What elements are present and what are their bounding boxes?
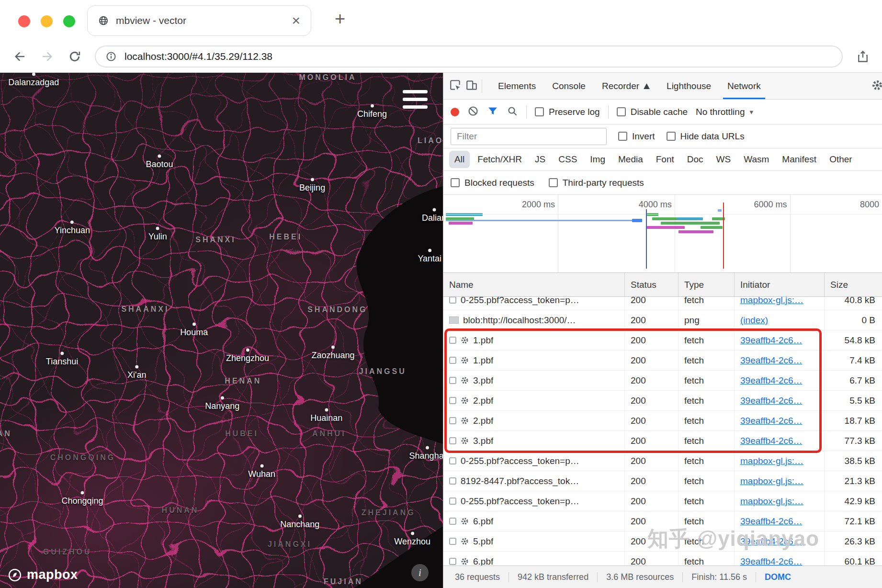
initiator-link[interactable]: mapbox-gl.js:… bbox=[740, 496, 803, 507]
filter-chip-doc[interactable]: Doc bbox=[682, 151, 709, 168]
filter-chip-js[interactable]: JS bbox=[530, 151, 551, 168]
browser-tab[interactable]: mbview - vector × bbox=[87, 5, 311, 36]
devtools-tab-elements[interactable]: Elements bbox=[490, 73, 544, 99]
inspect-element-icon[interactable] bbox=[449, 79, 462, 93]
back-button[interactable] bbox=[12, 49, 27, 64]
filter-chip-img[interactable]: Img bbox=[585, 151, 611, 168]
map-region-label: HENAN bbox=[225, 377, 261, 385]
device-toolbar-icon[interactable] bbox=[465, 79, 478, 93]
initiator-link[interactable]: (index) bbox=[740, 315, 768, 326]
checkbox-icon[interactable] bbox=[667, 132, 676, 141]
map[interactable]: DalanzadgadMONGOLIAChifengLIAOBaotouBeij… bbox=[0, 73, 443, 588]
column-header-size[interactable]: Size bbox=[825, 273, 882, 296]
status-cell: 200 bbox=[625, 552, 678, 565]
throttling-dropdown[interactable]: No throttling ▾ bbox=[696, 107, 753, 117]
filter-chip-other[interactable]: Other bbox=[824, 151, 858, 168]
table-row[interactable]: 0-255.pbf?access_token=p…200fetchmapbox-… bbox=[443, 491, 882, 511]
window-zoom-button[interactable] bbox=[63, 15, 75, 27]
column-header-initiator[interactable]: Initiator bbox=[735, 273, 825, 296]
devtools-tab-recorder[interactable]: Recorder bbox=[594, 73, 658, 99]
window-controls bbox=[18, 15, 75, 27]
share-icon[interactable] bbox=[856, 50, 870, 63]
checkbox-icon[interactable] bbox=[451, 178, 460, 187]
column-header-status[interactable]: Status bbox=[625, 273, 678, 296]
new-tab-button[interactable]: + bbox=[329, 9, 351, 29]
checkbox-icon[interactable] bbox=[617, 107, 626, 116]
initiator-link[interactable]: 39eaffb4-2c6… bbox=[740, 416, 803, 426]
file-icon bbox=[449, 397, 456, 404]
devtools-tab-network[interactable]: Network bbox=[719, 73, 769, 99]
address-bar[interactable]: localhost:3000/#4.1/35.29/112.38 bbox=[95, 45, 843, 68]
timeline-request-bar bbox=[687, 222, 720, 225]
size-cell: 60.1 kB bbox=[825, 552, 882, 565]
network-overview-timeline[interactable]: 2000 ms4000 ms6000 ms8000 bbox=[443, 195, 882, 273]
mapbox-logo[interactable]: mapbox bbox=[8, 567, 78, 582]
filter-chip-css[interactable]: CSS bbox=[553, 151, 582, 168]
checkbox-icon[interactable] bbox=[535, 107, 544, 116]
table-row[interactable]: 1.pbf200fetch39eaffb4-2c6…7.4 kB bbox=[443, 351, 882, 371]
table-row[interactable]: 2.pbf200fetch39eaffb4-2c6…18.7 kB bbox=[443, 411, 882, 431]
column-header-name[interactable]: Name bbox=[443, 273, 625, 296]
map-city-label: Chongqing bbox=[62, 491, 103, 506]
devtools-tab-console[interactable]: Console bbox=[544, 73, 594, 99]
table-row[interactable]: 3.pbf200fetch39eaffb4-2c6…77.3 kB bbox=[443, 431, 882, 451]
filter-chip-media[interactable]: Media bbox=[613, 151, 648, 168]
divider bbox=[482, 79, 482, 93]
initiator-link[interactable]: mapbox-gl.js:… bbox=[740, 456, 803, 466]
tab-close-icon[interactable]: × bbox=[292, 13, 300, 28]
filter-chip-wasm[interactable]: Wasm bbox=[738, 151, 774, 168]
invert-checkbox[interactable]: Invert bbox=[618, 131, 655, 142]
timeline-tick-label: 2000 ms bbox=[488, 200, 555, 210]
table-row[interactable]: 8192-8447.pbf?access_tok…200fetchmapbox-… bbox=[443, 471, 882, 491]
reload-button[interactable] bbox=[68, 50, 81, 63]
window-close-button[interactable] bbox=[18, 15, 30, 27]
settings-gear-icon[interactable] bbox=[871, 79, 882, 93]
table-row[interactable]: 6.pbf200fetch39eaffb4-2c6…60.1 kB bbox=[443, 552, 882, 565]
filter-chip-all[interactable]: All bbox=[449, 151, 470, 168]
filter-chip-font[interactable]: Font bbox=[651, 151, 679, 168]
table-row[interactable]: blob:http://localhost:3000/…200png(index… bbox=[443, 310, 882, 330]
initiator-cell: 39eaffb4-2c6… bbox=[735, 351, 825, 370]
filter-chip-manifest[interactable]: Manifest bbox=[777, 151, 822, 168]
checkbox-icon[interactable] bbox=[618, 132, 627, 141]
initiator-link[interactable]: 39eaffb4-2c6… bbox=[740, 396, 803, 406]
initiator-link[interactable]: mapbox-gl.js:… bbox=[740, 476, 803, 486]
table-row[interactable]: 0-255.pbf?access_token=p…200fetchmapbox-… bbox=[443, 451, 882, 471]
devtools-tab-lighthouse[interactable]: Lighthouse bbox=[658, 73, 719, 99]
filter-chip-ws[interactable]: WS bbox=[711, 151, 736, 168]
search-icon[interactable] bbox=[507, 105, 518, 119]
initiator-link[interactable]: 39eaffb4-2c6… bbox=[740, 556, 803, 566]
map-info-button[interactable]: i bbox=[411, 564, 429, 581]
map-menu-icon[interactable] bbox=[403, 90, 428, 109]
hide-data-urls-checkbox[interactable]: Hide data URLs bbox=[667, 131, 745, 142]
column-header-type[interactable]: Type bbox=[678, 273, 735, 296]
initiator-link[interactable]: mapbox-gl.js:… bbox=[740, 297, 803, 305]
filter-chip-fetchxhr[interactable]: Fetch/XHR bbox=[472, 151, 527, 168]
map-city-label: Yinchuan bbox=[55, 220, 90, 236]
page-info-icon[interactable] bbox=[105, 51, 117, 62]
checkbox-icon[interactable] bbox=[549, 178, 558, 187]
record-button[interactable] bbox=[451, 108, 459, 116]
table-row[interactable]: 1.pbf200fetch39eaffb4-2c6…54.8 kB bbox=[443, 330, 882, 351]
initiator-link[interactable]: 39eaffb4-2c6… bbox=[740, 355, 803, 366]
table-row[interactable]: 2.pbf200fetch39eaffb4-2c6…5.5 kB bbox=[443, 391, 882, 411]
table-row[interactable]: 0-255.pbf?access_token=p…200fetchmapbox-… bbox=[443, 297, 882, 310]
preserve-log-checkbox[interactable]: Preserve log bbox=[535, 107, 600, 117]
request-type-filters: AllFetch/XHRJSCSSImgMediaFontDocWSWasmMa… bbox=[443, 148, 882, 171]
size-cell: 54.8 kB bbox=[825, 330, 882, 350]
table-row[interactable]: 3.pbf200fetch39eaffb4-2c6…6.7 kB bbox=[443, 371, 882, 391]
filter-input[interactable] bbox=[451, 128, 607, 145]
disable-cache-checkbox[interactable]: Disable cache bbox=[617, 107, 688, 117]
blocked-requests-checkbox[interactable]: Blocked requests bbox=[451, 178, 534, 188]
throttling-value: No throttling bbox=[696, 107, 745, 117]
clear-icon[interactable] bbox=[467, 105, 479, 119]
initiator-link[interactable]: 39eaffb4-2c6… bbox=[740, 436, 803, 446]
initiator-link[interactable]: 39eaffb4-2c6… bbox=[740, 375, 803, 386]
third-party-requests-checkbox[interactable]: Third-party requests bbox=[549, 178, 644, 188]
filter-funnel-icon[interactable] bbox=[487, 105, 498, 119]
map-region-label: MONGOLIA bbox=[299, 73, 357, 82]
forward-button[interactable] bbox=[40, 49, 55, 64]
initiator-link[interactable]: 39eaffb4-2c6… bbox=[740, 335, 803, 346]
window-minimize-button[interactable] bbox=[41, 15, 53, 27]
request-name-cell: 2.pbf bbox=[443, 391, 625, 410]
